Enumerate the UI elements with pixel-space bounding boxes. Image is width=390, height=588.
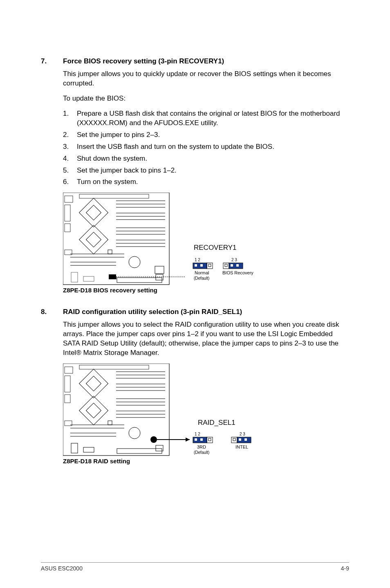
normal-label: Normal [195,270,209,275]
svg-marker-80 [186,438,190,442]
list-item: 6.Turn on the system. [63,177,349,187]
bios-recovery-label: BIOS Recovery [222,270,253,275]
svg-rect-50 [65,395,70,403]
svg-rect-41 [223,263,229,269]
section-7-body: This jumper allows you to quickly update… [63,70,349,187]
svg-rect-76 [71,443,78,453]
svg-rect-39 [207,263,213,269]
svg-rect-85 [208,438,211,441]
svg-rect-45 [236,264,239,267]
list-item: 5.Set the jumper back to pins 1–2. [63,166,349,175]
svg-rect-44 [231,264,233,267]
svg-rect-40 [208,264,211,267]
svg-rect-0 [63,193,169,285]
svg-rect-31 [83,276,94,281]
svg-rect-32 [109,274,116,279]
footer-left: ASUS ESC2000 [41,565,83,572]
section-8-body: This jumper allows you to select the RAI… [63,320,349,358]
svg-rect-89 [239,438,241,441]
svg-rect-26 [108,250,112,254]
svg-rect-6 [79,198,108,227]
section-7-diagram: Z8PE-D18 BIOS recovery setting RECOVERY1… [63,193,349,296]
svg-rect-38 [200,264,203,267]
svg-rect-54 [79,396,108,425]
section-7-steps: 1.Prepare a USB flash disk that contains… [63,109,349,187]
svg-rect-83 [200,438,203,441]
step-text: Insert the USB flash and turn on the sys… [77,142,349,152]
svg-rect-42 [225,264,227,267]
raid-header: RAID_SEL1 [198,419,235,426]
step-num: 1. [63,109,77,128]
svg-point-73 [129,427,140,439]
step-num: 6. [63,177,77,187]
section-8-heading: 8. RAID configuration utility selection … [41,308,349,316]
step-text: Set the jumper to pins 2–3. [77,130,349,140]
recovery-header: RECOVERY1 [194,244,237,251]
section-7-title: Force BIOS recovery setting (3-pin RECOV… [63,57,224,65]
svg-rect-2 [65,196,73,202]
svg-rect-55 [86,403,101,418]
svg-rect-82 [195,438,197,441]
svg-rect-49 [65,376,70,392]
default-label: (Default) [194,276,209,281]
step-num: 2. [63,130,77,140]
section-7-heading: 7. Force BIOS recovery setting (3-pin RE… [41,57,349,65]
svg-rect-1 [79,194,149,198]
section-7: 7. Force BIOS recovery setting (3-pin RE… [41,57,349,296]
svg-rect-37 [195,264,197,267]
section-8-diagram: Z8PE-D18 RAID setting RAID_SEL1 1 2 3RD … [63,364,349,467]
svg-rect-28 [155,266,164,274]
svg-rect-52 [79,369,108,398]
step-text: Shut down the system. [77,154,349,164]
step-text: Turn on the system. [77,177,349,187]
svg-rect-33 [117,278,162,283]
svg-rect-48 [65,367,73,373]
section-8-intro: This jumper allows you to select the RAI… [63,320,349,358]
svg-rect-3 [65,205,70,221]
section-7-number: 7. [41,57,63,65]
step-text: Set the jumper back to pins 1–2. [77,166,349,175]
svg-rect-78 [117,449,162,453]
svg-rect-90 [244,438,247,441]
svg-rect-9 [86,232,101,247]
svg-rect-84 [207,437,213,443]
recovery-diagram-svg: Z8PE-D18 BIOS recovery setting RECOVERY1… [63,193,276,295]
section-7-lead: To update the BIOS: [63,94,349,103]
diagram-caption: Z8PE-D18 BIOS recovery setting [63,287,157,294]
intel-label: INTEL [235,444,248,449]
svg-rect-30 [71,272,78,282]
step-num: 4. [63,154,77,164]
raid-diagram-svg: Z8PE-D18 RAID setting RAID_SEL1 1 2 3RD … [63,364,276,466]
pins-12: 1 2 [195,258,200,262]
pins-12: 1 2 [195,432,200,436]
list-item: 1.Prepare a USB flash disk that contains… [63,109,349,128]
default-label: (Default) [194,450,209,455]
section-8: 8. RAID configuration utility selection … [41,308,349,467]
pins-23: 2 3 [240,432,245,436]
page: 7. Force BIOS recovery setting (3-pin RE… [0,0,390,588]
section-7-intro: This jumper allows you to quickly update… [63,70,349,88]
svg-rect-4 [65,224,70,232]
svg-rect-72 [108,421,112,425]
diagram-caption: Z8PE-D18 RAID setting [63,458,130,465]
svg-point-27 [129,256,140,268]
svg-rect-86 [231,437,237,443]
step-text: Prepare a USB flash disk that contains t… [77,109,349,128]
step-num: 3. [63,142,77,152]
3rd-label: 3RD [197,444,206,449]
footer-right: 4-9 [341,565,349,572]
pins-23: 2 3 [231,258,237,262]
list-item: 2.Set the jumper to pins 2–3. [63,130,349,140]
page-footer: ASUS ESC2000 4-9 [41,562,349,572]
svg-rect-77 [83,447,94,452]
svg-rect-7 [86,205,101,220]
svg-point-74 [150,436,157,443]
svg-rect-8 [79,225,108,254]
svg-rect-87 [233,438,235,441]
list-item: 3.Insert the USB flash and turn on the s… [63,142,349,152]
list-item: 4.Shut down the system. [63,154,349,164]
svg-rect-47 [79,365,149,369]
step-num: 5. [63,166,77,175]
svg-rect-53 [86,376,101,391]
section-8-number: 8. [41,308,63,316]
